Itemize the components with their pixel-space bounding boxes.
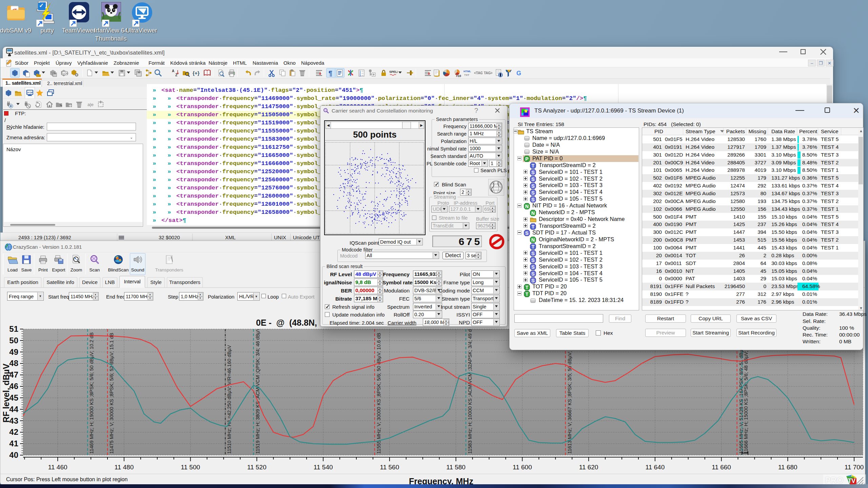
svg-text:11 560: 11 560 bbox=[380, 464, 399, 471]
svg-text:11 660: 11 660 bbox=[712, 464, 731, 471]
svg-text:S: S bbox=[531, 170, 534, 175]
svg-text:T: T bbox=[532, 244, 535, 249]
svg-text:11 480: 11 480 bbox=[115, 464, 134, 471]
svg-text:T: T bbox=[532, 224, 535, 229]
svg-text:FTP: FTP bbox=[27, 91, 33, 94]
svg-text:11 500: 11 500 bbox=[181, 464, 200, 471]
svg-text:11 520: 11 520 bbox=[247, 464, 267, 471]
svg-text:11469 MHz; H; 19000 KS ;8PSK;: 11469 MHz; H; 19000 KS ;8PSK; 5/6; 50 dB… bbox=[89, 332, 94, 454]
svg-text:11 460: 11 460 bbox=[48, 464, 67, 471]
svg-text:49: 49 bbox=[9, 347, 18, 357]
svg-text:11613 MHz; V; 36667 KS ;8PSK;: 11613 MHz; V; 36667 KS ;8PSK; 3/5; 50 dB… bbox=[567, 343, 572, 454]
svg-text:S: S bbox=[531, 251, 534, 256]
svg-text:N: N bbox=[531, 237, 535, 243]
svg-text:11510 MHz; H/L=42.250 dBµV;: 11510 MHz; H/L=42.250 dBµV; V/R=46.160 d… bbox=[226, 345, 232, 454]
svg-text:<TAG: <TAG bbox=[474, 71, 482, 75]
svg-text:S: S bbox=[531, 183, 534, 188]
svg-text:40: 40 bbox=[9, 450, 18, 460]
svg-text:11519 MHz; H; 3809 KS ;ACM/VCM: 11519 MHz; H; 3809 KS ;ACM/VCM ;QPSK; 3/… bbox=[255, 313, 260, 454]
svg-text:S: S bbox=[531, 190, 534, 195]
svg-text:TAG>: TAG> bbox=[484, 71, 492, 75]
svg-text:#10: #10 bbox=[456, 74, 461, 77]
svg-text:¶: ¶ bbox=[329, 69, 332, 77]
svg-text:S: S bbox=[531, 197, 534, 202]
svg-text:11 680: 11 680 bbox=[778, 464, 797, 471]
svg-text:11 580: 11 580 bbox=[446, 464, 466, 471]
svg-text:SPELL: SPELL bbox=[389, 70, 398, 74]
svg-text:A: A bbox=[172, 69, 174, 73]
svg-text:11 600: 11 600 bbox=[513, 464, 532, 471]
svg-text:HTML: HTML bbox=[463, 70, 471, 73]
svg-text:11 620: 11 620 bbox=[579, 464, 598, 471]
svg-text:P: P bbox=[525, 156, 528, 162]
svg-text:G: G bbox=[516, 70, 521, 77]
svg-text:0E - @ (48.8N,: 0E - @ (48.8N, bbox=[256, 318, 317, 327]
svg-text:50: 50 bbox=[9, 336, 18, 345]
svg-text:3: 3 bbox=[359, 74, 361, 77]
svg-text:N: N bbox=[525, 203, 529, 209]
svg-text:a|e: a|e bbox=[87, 102, 94, 107]
svg-text:S: S bbox=[531, 177, 534, 182]
svg-text:RF level, dBµV: RF level, dBµV bbox=[1, 364, 11, 423]
svg-text:T: T bbox=[526, 284, 529, 290]
svg-text:11475 MHz; V; 30000 KS ;8PSK;: 11475 MHz; V; 30000 KS ;8PSK; 5/6; 52 dB… bbox=[109, 333, 114, 454]
svg-text:S: S bbox=[531, 264, 534, 270]
svg-text:T: T bbox=[532, 163, 535, 168]
svg-text:T: T bbox=[526, 291, 529, 297]
svg-text:11 540: 11 540 bbox=[314, 464, 333, 471]
svg-text:41: 41 bbox=[9, 439, 18, 448]
svg-text:N: N bbox=[531, 210, 535, 216]
svg-text:{+}: {+} bbox=[193, 70, 200, 76]
svg-text:S: S bbox=[525, 230, 528, 236]
svg-text:42: 42 bbox=[9, 427, 18, 436]
svg-text:11555 MHz; V; 30000 KS ;8PSK;: 11555 MHz; V; 30000 KS ;8PSK; 5/6; 50 dB… bbox=[376, 333, 381, 454]
svg-text:S: S bbox=[531, 278, 534, 283]
svg-text:LOG: LOG bbox=[63, 72, 68, 75]
svg-text:11 640: 11 640 bbox=[646, 464, 665, 471]
svg-text:S: S bbox=[531, 271, 534, 277]
svg-text:51: 51 bbox=[9, 324, 18, 333]
svg-text:S: S bbox=[531, 258, 534, 263]
svg-text:11 700: 11 700 bbox=[845, 464, 864, 471]
svg-text:TXT: TXT bbox=[464, 74, 469, 77]
